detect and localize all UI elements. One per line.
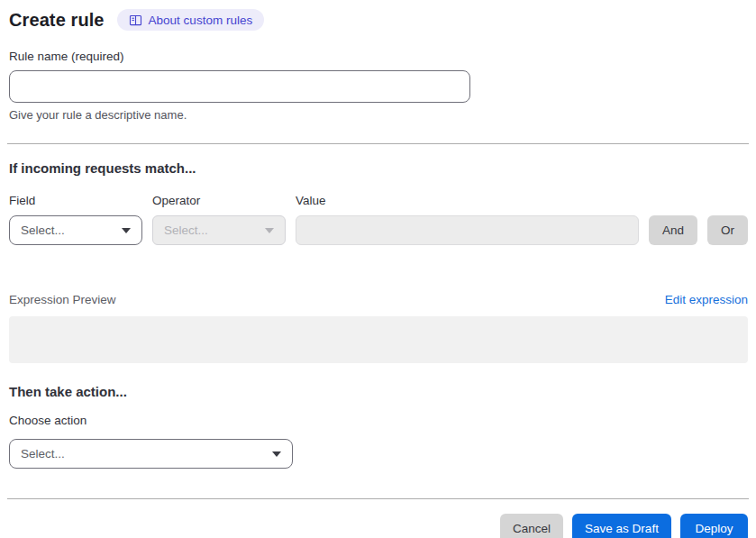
value-column: Value <box>296 194 639 245</box>
edit-expression-link[interactable]: Edit expression <box>665 293 748 306</box>
rule-name-label: Rule name (required) <box>9 50 748 63</box>
action-select[interactable]: Select... <box>9 439 293 469</box>
operator-label: Operator <box>152 194 286 207</box>
or-button[interactable]: Or <box>707 215 748 245</box>
match-section-heading: If incoming requests match... <box>9 160 748 176</box>
action-select-value: Select... <box>21 447 65 460</box>
chevron-down-icon <box>265 228 274 233</box>
page-header: Create rule About custom rules <box>9 7 748 32</box>
create-rule-page: Create rule About custom rules Rule name… <box>0 0 756 538</box>
section-divider <box>7 143 749 144</box>
choose-action-label: Choose action <box>9 414 748 427</box>
field-column: Field Select... <box>9 194 142 245</box>
operator-select[interactable]: Select... <box>152 215 286 245</box>
value-input[interactable] <box>296 215 639 245</box>
page-title: Create rule <box>9 10 105 31</box>
field-select[interactable]: Select... <box>9 215 142 245</box>
chevron-down-icon <box>122 228 131 233</box>
chevron-down-icon <box>272 451 281 457</box>
book-reader-icon <box>129 14 142 27</box>
and-button[interactable]: And <box>649 215 697 245</box>
expression-preview-label: Expression Preview <box>9 293 116 306</box>
save-draft-button[interactable]: Save as Draft <box>572 514 671 538</box>
rule-name-input[interactable] <box>9 70 470 103</box>
about-custom-rules-badge[interactable]: About custom rules <box>117 9 265 31</box>
operator-column: Operator Select... <box>152 194 286 245</box>
action-section-heading: Then take action... <box>9 384 748 399</box>
footer-divider <box>7 498 749 499</box>
rule-name-section: Rule name (required) Give your rule a de… <box>9 50 748 122</box>
value-label: Value <box>296 194 639 207</box>
expression-preview-box <box>9 316 748 363</box>
field-label: Field <box>9 194 142 207</box>
expression-preview-header: Expression Preview Edit expression <box>9 293 748 306</box>
operator-select-value: Select... <box>164 223 208 237</box>
about-badge-label: About custom rules <box>149 14 253 27</box>
field-select-value: Select... <box>21 223 65 237</box>
footer-actions: Cancel Save as Draft Deploy <box>9 514 748 538</box>
deploy-button[interactable]: Deploy <box>680 514 748 538</box>
cancel-button[interactable]: Cancel <box>500 514 563 538</box>
match-condition-row: Field Select... Operator Select... Value… <box>9 194 748 245</box>
rule-name-helper: Give your rule a descriptive name. <box>9 108 748 122</box>
